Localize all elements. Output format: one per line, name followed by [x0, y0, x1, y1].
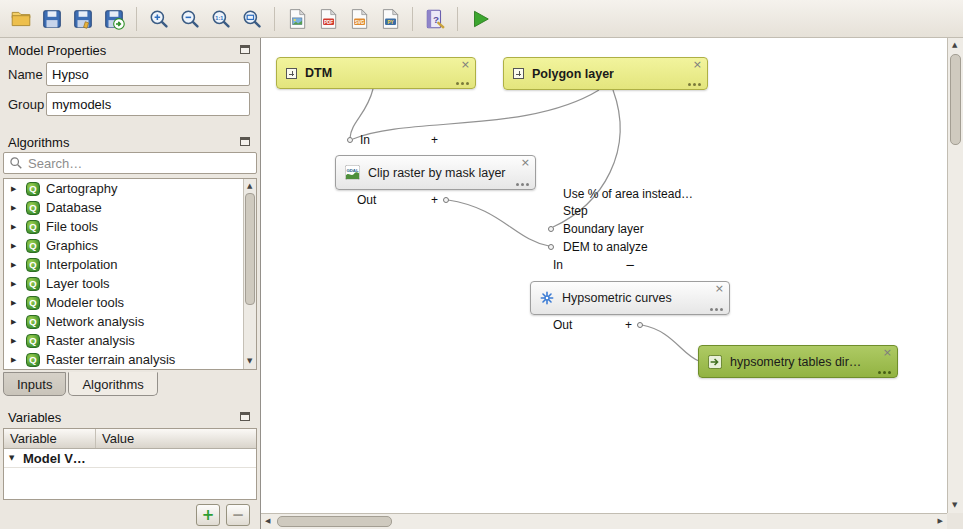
comment-dots-icon[interactable]: [516, 183, 529, 186]
zoom-in-button[interactable]: [145, 5, 173, 33]
node-algorithm-hypsometric-curves[interactable]: Hypsometric curves ×: [530, 281, 730, 315]
algorithm-group-interpolation[interactable]: ▶QInterpolation: [4, 255, 256, 274]
qgis-provider-icon: Q: [26, 315, 40, 329]
tab-algorithms[interactable]: Algorithms: [68, 372, 157, 396]
algorithm-group-cartography[interactable]: ▶QCartography: [4, 179, 256, 198]
float-panel-icon[interactable]: [240, 137, 250, 146]
save-model-in-project-button[interactable]: [100, 5, 128, 33]
algorithm-group-label: File tools: [46, 219, 98, 234]
save-model-button[interactable]: [38, 5, 66, 33]
algorithm-group-graphics[interactable]: ▶QGraphics: [4, 236, 256, 255]
node-algorithm-clip-raster[interactable]: GDAL Clip raster by mask layer ×: [335, 155, 536, 190]
variables-group-row[interactable]: ▼ Model V…: [4, 449, 256, 468]
tree-scrollbar[interactable]: ▲ ▼: [243, 179, 256, 369]
main-area: Model Properties Name Group Algorithms ▶…: [0, 38, 963, 529]
algorithm-group-file-tools[interactable]: ▶QFile tools: [4, 217, 256, 236]
clip-out-toggle[interactable]: +: [431, 193, 438, 207]
export-as-image-button[interactable]: [283, 5, 311, 33]
algorithm-group-raster-analysis[interactable]: ▶QRaster analysis: [4, 331, 256, 350]
node-input-polygon-layer[interactable]: Polygon layer ×: [503, 57, 708, 90]
clip-out-socket[interactable]: [443, 197, 449, 203]
algorithm-group-label: Modeler tools: [46, 295, 124, 310]
zoom-full-button[interactable]: [238, 5, 266, 33]
hypso-dem-socket[interactable]: [548, 244, 554, 250]
clip-in-toggle[interactable]: +: [431, 133, 438, 147]
algorithm-group-layer-tools[interactable]: ▶QLayer tools: [4, 274, 256, 293]
algorithm-group-modeler-tools[interactable]: ▶QModeler tools: [4, 293, 256, 312]
column-variable[interactable]: Variable: [4, 429, 96, 448]
column-value[interactable]: Value: [96, 429, 140, 448]
node-output-hypsometry-tables[interactable]: hypsometry tables dir… ×: [698, 345, 898, 378]
add-variable-button[interactable]: +: [196, 504, 220, 526]
algorithm-group-database[interactable]: ▶QDatabase: [4, 198, 256, 217]
open-model-button[interactable]: [7, 5, 35, 33]
qgis-provider-icon: Q: [26, 201, 40, 215]
comment-dots-icon[interactable]: [456, 82, 469, 85]
algorithm-group-label: Raster terrain analysis: [46, 352, 175, 367]
edit-model-help-button[interactable]: ?: [421, 5, 449, 33]
algorithm-search-box[interactable]: [3, 152, 257, 174]
expand-arrow-icon[interactable]: ▶: [11, 356, 20, 364]
run-model-button[interactable]: [466, 5, 494, 33]
hypso-in-toggle[interactable]: −: [625, 258, 635, 272]
expand-arrow-icon[interactable]: ▶: [11, 318, 20, 326]
hypso-boundary-socket[interactable]: [548, 226, 554, 232]
expand-arrow-icon[interactable]: ▶: [11, 261, 20, 269]
zoom-actual-button[interactable]: 1:1: [207, 5, 235, 33]
delete-node-icon[interactable]: ×: [883, 347, 892, 358]
float-panel-icon[interactable]: [240, 45, 250, 54]
algorithm-group-raster-terrain-analysis[interactable]: ▶QRaster terrain analysis: [4, 350, 256, 369]
collapse-arrow-icon[interactable]: ▼: [9, 454, 18, 462]
horizontal-scrollbar-thumb[interactable]: [277, 516, 392, 527]
delete-node-icon[interactable]: ×: [693, 59, 702, 70]
expand-arrow-icon[interactable]: ▶: [11, 280, 20, 288]
expand-arrow-icon[interactable]: ▶: [11, 242, 20, 250]
comment-dots-icon[interactable]: [710, 308, 723, 311]
clip-in-socket[interactable]: [347, 137, 353, 143]
vertical-scrollbar-thumb[interactable]: [950, 54, 961, 145]
help-icon: ?: [424, 8, 446, 30]
svg-text:1:1: 1:1: [215, 14, 223, 20]
canvas-vertical-scrollbar[interactable]: ▲ ▼: [947, 38, 963, 513]
export-as-pdf-button[interactable]: PDF: [314, 5, 342, 33]
algorithm-group-network-analysis[interactable]: ▶QNetwork analysis: [4, 312, 256, 331]
tree-scrollbar-thumb[interactable]: [245, 193, 255, 305]
expand-arrow-icon[interactable]: ▶: [11, 337, 20, 345]
delete-node-icon[interactable]: ×: [461, 59, 470, 70]
expand-arrow-icon[interactable]: ▶: [11, 223, 20, 231]
scroll-down-icon[interactable]: ▼: [952, 502, 957, 509]
scroll-left-icon[interactable]: ◀: [265, 518, 270, 525]
canvas-horizontal-scrollbar[interactable]: ◀ ▶: [261, 513, 947, 529]
scroll-right-icon[interactable]: ▶: [938, 518, 943, 525]
scroll-up-icon[interactable]: ▲: [952, 42, 957, 49]
expand-arrow-icon[interactable]: ▶: [11, 204, 20, 212]
zoom-out-button[interactable]: [176, 5, 204, 33]
delete-node-icon[interactable]: ×: [521, 157, 530, 168]
search-icon: [9, 156, 23, 170]
delete-node-icon[interactable]: ×: [715, 283, 724, 294]
remove-variable-button[interactable]: −: [226, 504, 250, 526]
scroll-down-icon[interactable]: ▼: [247, 358, 252, 365]
search-input[interactable]: [28, 156, 251, 171]
tab-inputs[interactable]: Inputs: [3, 372, 66, 396]
remove-icon: −: [232, 508, 245, 523]
save-model-as-button[interactable]: [69, 5, 97, 33]
algorithm-group-label: Graphics: [46, 238, 98, 253]
group-label: Group: [8, 97, 44, 112]
qgis-algorithm-icon: [540, 291, 554, 305]
model-name-input[interactable]: [46, 62, 250, 86]
scroll-up-icon[interactable]: ▲: [247, 183, 252, 190]
comment-dots-icon[interactable]: [688, 83, 701, 86]
model-canvas[interactable]: DTM × Polygon layer × In + GDAL Clip ras…: [261, 38, 963, 529]
model-group-input[interactable]: [46, 92, 250, 116]
hypso-out-toggle[interactable]: +: [625, 318, 632, 332]
expand-arrow-icon[interactable]: ▶: [11, 185, 20, 193]
comment-dots-icon[interactable]: [878, 371, 891, 374]
export-as-svg-button[interactable]: SVG: [345, 5, 373, 33]
export-as-python-script-button[interactable]: PY: [376, 5, 404, 33]
float-panel-icon[interactable]: [240, 412, 250, 421]
expand-arrow-icon[interactable]: ▶: [11, 299, 20, 307]
node-input-dtm[interactable]: DTM ×: [276, 57, 476, 89]
qgis-provider-icon: Q: [26, 182, 40, 196]
hypso-out-socket[interactable]: [637, 322, 643, 328]
